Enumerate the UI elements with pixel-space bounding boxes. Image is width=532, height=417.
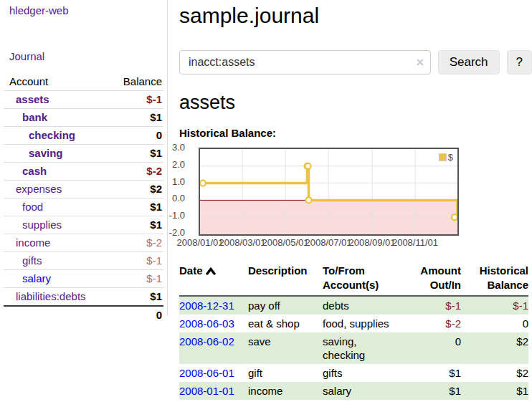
account-tree-table: Account Balance assets $-1 bank $1 check… xyxy=(4,73,163,324)
legend-swatch-icon xyxy=(439,153,447,161)
account-row-liabilities-debts: liabilities:debts $1 xyxy=(4,288,163,307)
register-row: 2008-06-02 save saving, checking 0 $2 xyxy=(179,332,528,364)
x-tick-label: 2008/05/01 xyxy=(262,237,308,248)
register-row: 2008-06-01 gift gifts $1 $2 xyxy=(179,364,528,382)
description-column-header: Description xyxy=(248,262,323,296)
x-tick-label: 2008/01/01 xyxy=(176,237,223,248)
transaction-description: pay off xyxy=(248,296,323,315)
account-link-expenses[interactable]: expenses xyxy=(16,183,62,195)
hledger-web-app: hledger-web Journal Account Balance asse… xyxy=(0,0,532,417)
balance-column-header: Historical Balance xyxy=(461,262,528,296)
sidebar: hledger-web Journal Account Balance asse… xyxy=(0,0,168,316)
chart-legend: $ xyxy=(439,152,453,163)
account-link-food[interactable]: food xyxy=(22,201,43,213)
transaction-balance: 0 xyxy=(461,315,528,332)
account-link-bank[interactable]: bank xyxy=(22,111,47,123)
transaction-date-link[interactable]: 2008-06-01 xyxy=(179,367,234,379)
y-tick-label: 3.0 xyxy=(161,142,185,153)
account-link-salary[interactable]: salary xyxy=(22,272,51,284)
x-tick-label: 2008/07/01 xyxy=(305,237,351,248)
register-row: 2008-12-31 pay off debts $-1 $-1 xyxy=(179,296,528,315)
account-link-gifts[interactable]: gifts xyxy=(22,254,42,267)
transaction-date-link[interactable]: 2008-06-02 xyxy=(179,335,234,348)
account-balance: $1 xyxy=(107,109,163,127)
account-row-cash: cash $-2 xyxy=(4,163,163,181)
y-tick-label: -1.0 xyxy=(161,210,185,221)
transaction-amount: $-1 xyxy=(400,296,461,315)
transaction-description: save xyxy=(248,332,323,364)
account-link-assets[interactable]: assets xyxy=(16,93,49,105)
balance-column-header: Balance xyxy=(107,73,163,91)
search-input[interactable] xyxy=(179,50,431,75)
transaction-amount: $-2 xyxy=(400,315,461,332)
account-link-checking[interactable]: checking xyxy=(29,129,75,141)
x-tick-label: 2008/03/01 xyxy=(219,237,265,248)
account-tree-header: Account Balance xyxy=(4,73,163,91)
main-content: sample.journal ✕ Search ? assets Histori… xyxy=(179,0,532,400)
date-column-header[interactable]: Date xyxy=(179,262,248,296)
transaction-accounts: saving, checking xyxy=(323,332,400,364)
sidebar-item-journal[interactable]: Journal xyxy=(9,50,44,62)
account-link-cash[interactable]: cash xyxy=(22,165,47,177)
account-link-liabilities-debts[interactable]: liabilities:debts xyxy=(16,290,86,302)
account-balance: $1 xyxy=(107,198,163,216)
account-balance: 0 xyxy=(107,127,163,145)
page-title: sample.journal xyxy=(179,1,532,30)
account-balance: $-1 xyxy=(107,91,163,109)
account-row-expenses: expenses $2 xyxy=(4,181,163,198)
transaction-balance: $-1 xyxy=(461,296,528,315)
clear-search-icon[interactable]: ✕ xyxy=(416,57,424,68)
register-table: Date Description To/From Account(s) Amou… xyxy=(179,262,528,400)
transaction-accounts: debts xyxy=(323,296,400,315)
account-row-gifts: gifts $-1 xyxy=(4,252,163,270)
account-row-salary: salary $-1 xyxy=(4,270,163,288)
transaction-date-link[interactable]: 2008-06-03 xyxy=(179,317,234,330)
transaction-description: eat & shop xyxy=(248,315,323,332)
register-header-row: Date Description To/From Account(s) Amou… xyxy=(179,262,528,296)
account-balance: $1 xyxy=(107,216,163,234)
chart-plot-area[interactable]: $ xyxy=(199,148,459,236)
account-link-income[interactable]: income xyxy=(16,236,50,249)
account-row-assets: assets $-1 xyxy=(4,91,163,109)
help-button[interactable]: ? xyxy=(507,50,532,75)
transaction-balance: $2 xyxy=(461,332,528,364)
account-balance: $1 xyxy=(107,288,163,307)
transaction-accounts: salary xyxy=(323,382,400,400)
account-balance: $-2 xyxy=(107,163,163,181)
balance-step-line xyxy=(200,149,457,234)
transaction-amount: 0 xyxy=(400,332,461,364)
transaction-date-link[interactable]: 2008-12-31 xyxy=(179,299,234,312)
account-row-bank: bank $1 xyxy=(4,109,163,127)
brand-link[interactable]: hledger-web xyxy=(9,4,69,16)
transaction-accounts: gifts xyxy=(323,364,400,382)
account-link-saving[interactable]: saving xyxy=(29,147,63,159)
transaction-date-link[interactable]: 2008-01-01 xyxy=(179,385,234,397)
account-balance: $-2 xyxy=(107,234,163,252)
account-balance: $2 xyxy=(107,181,163,198)
y-tick-label: 1.0 xyxy=(161,176,185,188)
y-tick-label: 2.0 xyxy=(161,159,185,171)
accounts-total-value: 0 xyxy=(107,306,163,324)
balance-chart: 3.02.01.00.0-1.0-2.0 $ 2008/01/012008/03… xyxy=(179,142,532,251)
transaction-balance: $2 xyxy=(461,364,528,382)
accounts-column-header: To/From Account(s) xyxy=(323,262,400,296)
transaction-amount: $1 xyxy=(400,382,461,400)
account-link-supplies[interactable]: supplies xyxy=(22,219,62,231)
account-row-supplies: supplies $1 xyxy=(4,216,163,234)
search-form: ✕ Search ? xyxy=(179,50,532,75)
account-balance: $-1 xyxy=(107,252,163,270)
account-row-checking: checking 0 xyxy=(4,127,163,145)
y-tick-label: 0.0 xyxy=(161,193,185,204)
account-heading: assets xyxy=(179,92,532,112)
transaction-description: income xyxy=(248,382,323,400)
account-balance: $1 xyxy=(107,145,163,163)
accounts-total-row: 0 xyxy=(4,306,163,324)
x-tick-label: 2008/09/01 xyxy=(348,237,395,248)
search-button[interactable]: Search xyxy=(438,50,500,75)
account-row-income: income $-2 xyxy=(4,234,163,252)
amount-column-header: Amount Out/In xyxy=(400,262,461,296)
sort-ascending-icon xyxy=(206,267,216,275)
legend-label: $ xyxy=(448,152,453,163)
register-row: 2008-06-03 eat & shop food, supplies $-2… xyxy=(179,315,528,332)
account-column-header: Account xyxy=(4,73,107,91)
